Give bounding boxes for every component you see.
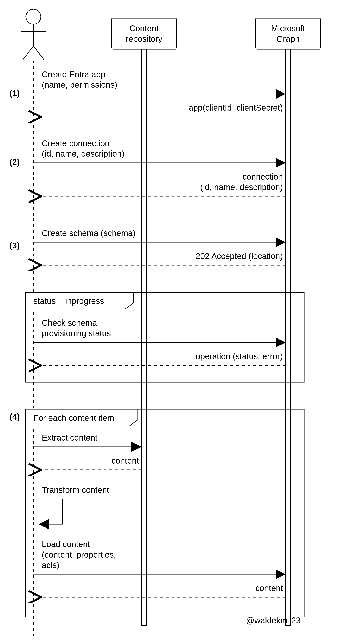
msg-create-connection-line2: (id, name, description) (42, 149, 124, 158)
actor-icon (21, 9, 46, 60)
svg-line-4 (33, 46, 44, 60)
msg-check-schema-line2: provisioning status (42, 329, 111, 338)
msg-load-content-response: content (256, 584, 283, 593)
msg-load-content-line1: Load content (42, 540, 90, 549)
msg-create-connection-line1: Create connection (42, 139, 110, 148)
step-4-label: (4) (9, 412, 20, 422)
msg-create-schema: Create schema (schema) (42, 228, 135, 238)
msg-connection-response-line1: connection (243, 172, 283, 181)
sequence-diagram: Content repository Microsoft Graph (1) C… (0, 0, 354, 644)
footer-credit: @waldekm '23 (246, 616, 301, 625)
msg-app-response: app(clientId, clientSecret) (189, 103, 283, 112)
msg-operation-status: operation (status, error) (196, 352, 283, 361)
loop-for-each-item-label: For each content item (33, 413, 114, 422)
svg-line-3 (23, 46, 33, 60)
microsoft-graph-head: Microsoft Graph (256, 19, 320, 49)
content-repository-label-2: repository (126, 34, 162, 44)
svg-point-0 (26, 9, 41, 24)
msg-transform-content: Transform content (42, 485, 109, 494)
step-2-label: (2) (9, 158, 20, 167)
content-repository-head: Content repository (112, 19, 176, 49)
loop-status-inprogress-label: status = inprogress (33, 296, 104, 306)
content-repository-label-1: Content (129, 24, 159, 33)
msg-connection-response-line2: (id, name, description) (200, 182, 283, 192)
msg-create-entra-app-line1: Create Entra app (42, 70, 105, 79)
step-1-label: (1) (9, 88, 20, 98)
msg-extract-content-response: content (111, 456, 139, 465)
svg-rect-5 (112, 19, 176, 48)
svg-rect-8 (256, 19, 320, 48)
microsoft-graph-label-2: Graph (276, 34, 300, 44)
msg-load-content-line2: (content, properties, (42, 550, 116, 559)
msg-check-schema-line1: Check schema (42, 318, 97, 328)
msg-extract-content: Extract content (42, 433, 97, 442)
microsoft-graph-label-1: Microsoft (271, 24, 305, 33)
msg-load-content-line3: acls) (42, 560, 59, 570)
msg-create-entra-app-line2: (name, permissions) (42, 80, 117, 89)
msg-202-accepted: 202 Accepted (location) (196, 252, 283, 260)
step-3-label: (3) (9, 241, 20, 250)
